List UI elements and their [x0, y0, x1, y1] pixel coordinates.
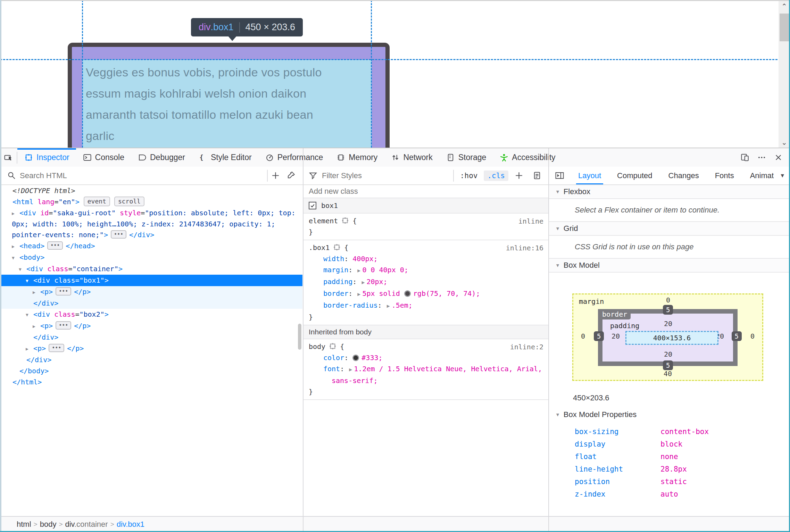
panel-separator[interactable]	[303, 148, 303, 532]
breadcrumb-item[interactable]: div.container	[65, 520, 108, 529]
rule-selector[interactable]: element	[309, 217, 338, 225]
tree-row[interactable]: </html>	[0, 376, 302, 388]
property-name[interactable]: z-index	[575, 488, 660, 500]
tabs-overflow-caret-icon[interactable]: ▼	[780, 173, 788, 179]
rule-source-link[interactable]: inline	[518, 216, 543, 227]
sidebar-tab-changes[interactable]: Changes	[666, 167, 701, 184]
color-swatch[interactable]	[404, 290, 411, 297]
expand-icon[interactable]: ▶	[387, 303, 390, 309]
tree-row[interactable]: ▼<div class="box2">	[0, 309, 302, 320]
scroll-down-icon[interactable]: ⌄	[779, 137, 790, 148]
color-swatch[interactable]	[352, 355, 359, 361]
tab-console[interactable]: Console	[76, 148, 131, 167]
tree-row[interactable]: ▶<p>•••</p>	[0, 320, 302, 332]
property-name[interactable]: float	[575, 450, 660, 463]
expand-twisty-icon[interactable]: ▶	[12, 208, 19, 219]
expand-twisty-icon[interactable]: ▶	[33, 321, 40, 332]
expand-twisty-icon[interactable]: ▶	[12, 241, 19, 252]
collapse-twisty-icon[interactable]: ▼	[19, 264, 26, 275]
rule-selector[interactable]: body	[309, 342, 325, 351]
tree-row[interactable]: <!DOCTYPE html>	[0, 185, 302, 196]
grid-section-header[interactable]: ▼Grid	[549, 222, 790, 236]
sidebar-toggle-button[interactable]	[552, 168, 567, 183]
expand-twisty-icon[interactable]: ▶	[26, 343, 33, 354]
css-declaration[interactable]: margin: ▶0 0 40px 0;	[309, 264, 548, 276]
sidebar-tab-layout[interactable]: Layout	[576, 167, 603, 184]
tab-storage[interactable]: Storage	[439, 148, 493, 167]
boxmodel-section-header[interactable]: ▼Box Model	[549, 259, 790, 273]
tab-network[interactable]: Network	[384, 148, 439, 167]
css-declaration[interactable]: color: #333;	[309, 352, 548, 363]
rule-source-link[interactable]: inline:16	[506, 242, 543, 253]
tab-accessibility[interactable]: Accessibility	[493, 148, 562, 167]
tree-row[interactable]: </div>	[0, 354, 302, 365]
expand-icon[interactable]: ▶	[357, 267, 360, 274]
tab-styleeditor[interactable]: { }Style Editor	[192, 148, 258, 167]
expand-icon[interactable]: ▶	[357, 291, 360, 297]
expand-icon[interactable]: ▶	[361, 279, 365, 285]
css-declaration[interactable]: border: ▶5px solid rgb(75, 70, 74);	[309, 288, 548, 300]
css-declaration[interactable]: border-radius: ▶.5em;	[309, 300, 548, 311]
scroll-up-icon[interactable]: ⌃	[779, 1, 790, 11]
inline-text-ellipsis[interactable]: •••	[56, 287, 71, 296]
tab-performance[interactable]: Performance	[258, 148, 330, 167]
property-name[interactable]: line-height	[575, 463, 660, 475]
sidebar-tab-fonts[interactable]: Fonts	[713, 167, 736, 184]
rule-selector[interactable]: .box1	[309, 243, 330, 252]
responsive-design-mode-button[interactable]	[737, 153, 753, 162]
pseudo-class-button[interactable]: :hov	[457, 171, 481, 181]
scroll-badge[interactable]: scroll	[114, 197, 144, 206]
breadcrumb-item[interactable]: body	[40, 520, 57, 529]
filter-styles-input[interactable]: Filter Styles	[322, 171, 362, 180]
property-name[interactable]: box-sizing	[575, 425, 660, 438]
breadcrumb-item[interactable]: div.box1	[117, 520, 144, 529]
rule-source-link[interactable]: inline:2	[510, 341, 543, 352]
print-media-button[interactable]	[529, 168, 544, 183]
collapse-twisty-icon[interactable]: ▼	[12, 252, 19, 263]
expand-twisty-icon[interactable]: ▶	[33, 287, 40, 298]
eyedropper-button[interactable]	[283, 168, 298, 183]
sidebar-tab-animations[interactable]: Animations	[748, 167, 774, 184]
add-rule-button[interactable]	[511, 168, 526, 183]
tree-row[interactable]: </body>	[0, 365, 302, 376]
inline-text-ellipsis[interactable]: •••	[111, 230, 126, 239]
page-scrollbar[interactable]: ⌃ ⌄	[779, 1, 790, 148]
sidebar-tab-computed[interactable]: Computed	[615, 167, 655, 184]
breadcrumb-item[interactable]: html	[17, 520, 31, 529]
box-model-properties-header[interactable]: ▼ Box Model Properties	[555, 410, 637, 419]
tree-row[interactable]: ▶<p>•••</p>	[0, 343, 302, 354]
node-picker-button[interactable]	[0, 148, 17, 167]
tree-row[interactable]: ▶<head>•••</head>	[0, 240, 302, 252]
add-node-button[interactable]	[268, 168, 283, 183]
inline-text-ellipsis[interactable]: •••	[56, 321, 71, 330]
devtools-close-button[interactable]	[770, 153, 787, 162]
class-checkbox[interactable]	[309, 202, 316, 209]
tree-row[interactable]: </div>	[0, 332, 302, 343]
scrollbar-thumb[interactable]	[780, 14, 789, 41]
tree-row[interactable]: ▼<div class="container">	[0, 263, 302, 275]
tree-row[interactable]: ▼<div class="box1">	[0, 275, 302, 286]
class-panel-button[interactable]: .cls	[484, 171, 508, 181]
panel-separator[interactable]	[548, 148, 549, 532]
tree-row[interactable]: ▼<body>	[0, 252, 302, 263]
property-name[interactable]: display	[575, 438, 660, 450]
tree-row[interactable]: <html lang="en">eventscroll	[0, 196, 302, 207]
css-declaration[interactable]: width: 400px;	[309, 253, 548, 264]
selector-highlighter-icon[interactable]	[341, 216, 349, 224]
devtools-menu-button[interactable]	[753, 153, 770, 162]
tab-inspector[interactable]: Inspector	[17, 148, 76, 167]
tree-row[interactable]: ▶<p>•••</p>	[0, 286, 302, 298]
css-declaration[interactable]: padding: ▶20px;	[309, 276, 548, 288]
add-class-input[interactable]: Add new class	[309, 187, 358, 196]
tree-row[interactable]: </div>	[0, 298, 302, 309]
property-name[interactable]: position	[575, 475, 660, 488]
tab-memory[interactable]: Memory	[330, 148, 384, 167]
collapse-twisty-icon[interactable]: ▼	[26, 309, 33, 320]
search-input[interactable]: Search HTML	[20, 171, 67, 180]
markup-scrollbar-thumb[interactable]	[298, 324, 301, 350]
selector-highlighter-icon[interactable]	[329, 342, 336, 350]
selector-highlighter-icon[interactable]	[333, 243, 341, 251]
tab-debugger[interactable]: Debugger	[131, 148, 192, 167]
css-declaration[interactable]: font: ▶1.2em / 1.5 Helvetica Neue, Helve…	[309, 363, 548, 375]
collapse-twisty-icon[interactable]: ▼	[26, 275, 33, 286]
